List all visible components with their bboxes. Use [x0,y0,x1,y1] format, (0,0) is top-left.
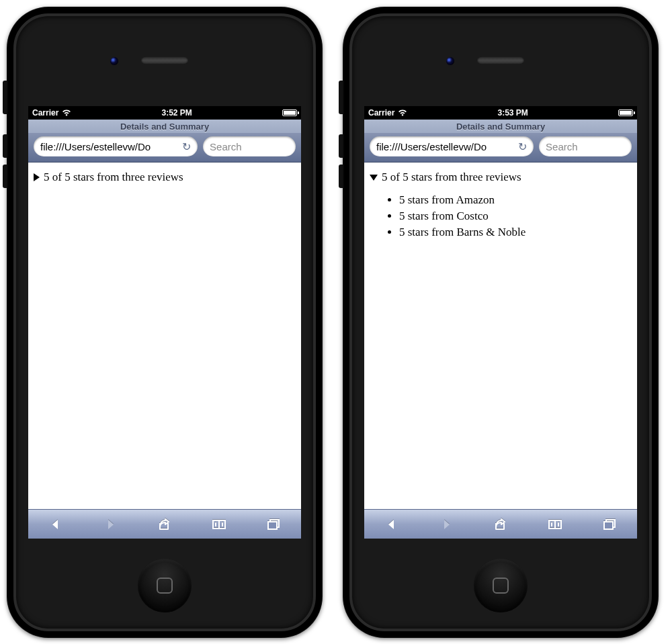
camera-icon [110,57,118,65]
carrier-label: Carrier [368,108,394,118]
disclosure-triangle-icon [34,173,40,181]
list-item: 5 stars from Costco [399,210,632,223]
search-placeholder: Search [210,141,242,152]
side-button [3,134,7,158]
wifi-icon [398,109,407,116]
home-button[interactable] [138,559,192,612]
side-button [339,165,343,188]
forward-button[interactable] [431,518,461,531]
phone-device: Carrier 3:53 PM Details and Summary file… [343,7,659,638]
search-placeholder: Search [546,141,578,152]
wifi-icon [62,109,71,116]
status-bar: Carrier 3:52 PM [28,106,301,120]
camera-icon [446,57,454,65]
page-content[interactable]: 5 of 5 stars from three reviews 5 stars … [364,163,637,509]
phone-device: Carrier 3:52 PM Details and Summary file… [7,7,323,638]
page-title: Details and Summary [28,120,301,133]
side-button [339,134,343,158]
battery-icon [282,109,297,116]
page-title: Details and Summary [364,120,637,133]
side-button [3,81,7,114]
search-input[interactable]: Search [203,136,296,156]
clock-label: 3:52 PM [71,108,282,118]
tabs-button[interactable] [595,518,624,531]
summary-text: 5 of 5 stars from three reviews [44,171,183,184]
browser-chrome: Details and Summary file:///Users/estell… [28,120,301,163]
reload-icon[interactable]: ↻ [178,140,191,153]
side-button [3,165,7,188]
browser-toolbar [28,509,301,539]
earpiece [141,56,188,64]
url-bar[interactable]: file:///Users/estellevw/Do ↻ [34,136,198,156]
details-summary[interactable]: 5 of 5 stars from three reviews [370,171,632,184]
details-summary[interactable]: 5 of 5 stars from three reviews [34,171,296,184]
carrier-label: Carrier [32,108,58,118]
list-item: 5 stars from Amazon [399,193,632,207]
bookmarks-button[interactable] [204,518,234,531]
bookmarks-button[interactable] [540,518,570,531]
battery-icon [618,109,633,116]
back-button[interactable] [41,518,71,531]
url-bar[interactable]: file:///Users/estellevw/Do ↻ [370,136,534,156]
svg-rect-1 [268,522,277,529]
home-button[interactable] [474,559,528,612]
share-button[interactable] [150,518,179,531]
forward-button[interactable] [95,518,125,531]
clock-label: 3:53 PM [407,108,618,118]
url-text: file:///Users/estellevw/Do [376,141,514,152]
home-square-icon [157,578,173,594]
browser-chrome: Details and Summary file:///Users/estell… [364,120,637,163]
url-text: file:///Users/estellevw/Do [40,141,178,152]
svg-rect-3 [604,522,613,529]
browser-toolbar [364,509,637,539]
summary-text: 5 of 5 stars from three reviews [382,171,521,184]
screen: Carrier 3:53 PM Details and Summary file… [364,106,637,539]
share-button[interactable] [486,518,515,531]
details-list: 5 stars from Amazon 5 stars from Costco … [388,193,632,239]
earpiece [477,56,524,64]
screen: Carrier 3:52 PM Details and Summary file… [28,106,301,539]
tabs-button[interactable] [259,518,288,531]
reload-icon[interactable]: ↻ [514,140,527,153]
search-input[interactable]: Search [539,136,632,156]
list-item: 5 stars from Barns & Noble [399,226,632,239]
page-content[interactable]: 5 of 5 stars from three reviews [28,163,301,509]
home-square-icon [493,578,509,594]
status-bar: Carrier 3:53 PM [364,106,637,120]
back-button[interactable] [377,518,407,531]
side-button [339,81,343,114]
disclosure-triangle-icon [370,175,378,181]
